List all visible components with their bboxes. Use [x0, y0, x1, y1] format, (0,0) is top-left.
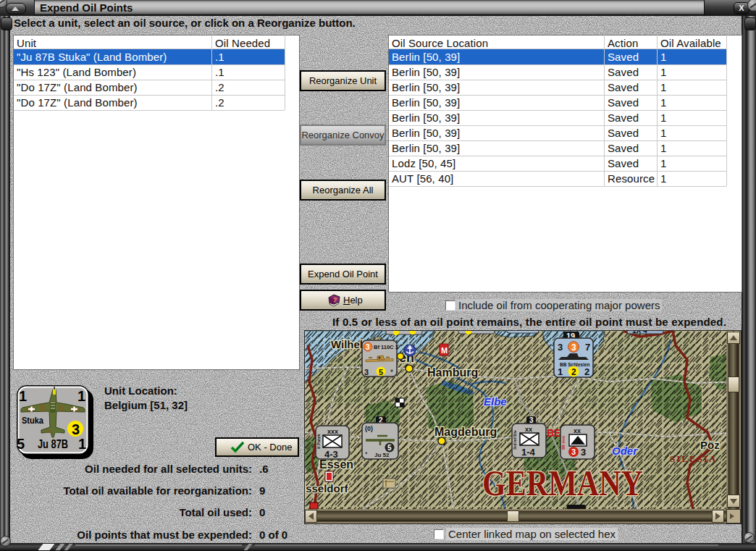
svg-text:3: 3	[366, 343, 370, 351]
svg-text:3: 3	[558, 342, 563, 353]
svg-text:Oder: Oder	[612, 445, 638, 457]
svg-text:5: 5	[379, 368, 383, 377]
svg-text:2: 2	[571, 367, 576, 377]
svg-text:xx: xx	[525, 426, 532, 433]
svg-text:?: ?	[333, 296, 337, 303]
svg-text:M: M	[441, 346, 448, 355]
svg-text:7: 7	[585, 342, 590, 353]
svg-text:3: 3	[581, 447, 586, 458]
svg-text:Hamburg: Hamburg	[427, 366, 478, 379]
svg-text:1: 1	[78, 436, 86, 452]
svg-text:II Patzk: II Patzk	[316, 434, 321, 449]
svg-text:Stuka: Stuka	[22, 415, 44, 426]
svg-text:1: 1	[19, 388, 27, 404]
svg-text:5: 5	[387, 444, 392, 452]
svg-text:SILESIA: SILESIA	[670, 453, 717, 464]
svg-text:3: 3	[571, 447, 576, 456]
svg-text:Ju 87B: Ju 87B	[38, 438, 68, 450]
svg-text:2: 2	[584, 366, 589, 377]
svg-text:BE: BE	[547, 427, 560, 439]
svg-text:GERMANY: GERMANY	[482, 463, 643, 503]
svg-text:Ju 52: Ju 52	[374, 452, 390, 458]
svg-text:*: *	[390, 369, 393, 377]
svg-text:1X 4: 1X 4	[632, 331, 647, 335]
svg-text:88 mm: 88 mm	[561, 436, 566, 450]
svg-text:xxx: xxx	[327, 428, 338, 435]
svg-text:Magdeburg: Magdeburg	[434, 426, 497, 438]
svg-text:4-3: 4-3	[324, 449, 338, 460]
svg-text:Essen: Essen	[319, 458, 353, 471]
svg-text:üsseldorf: üsseldorf	[305, 482, 349, 495]
svg-text:3: 3	[72, 421, 80, 437]
svg-text:Bf 110C 1: Bf 110C 1	[374, 344, 398, 350]
svg-text:3: 3	[364, 368, 369, 377]
svg-text:5: 5	[17, 436, 25, 452]
svg-text:(0): (0)	[365, 425, 373, 432]
svg-text:Elbe: Elbe	[484, 395, 507, 408]
svg-text:1-4: 1-4	[521, 447, 536, 458]
svg-text:1: 1	[558, 366, 563, 377]
svg-text:1: 1	[77, 388, 85, 404]
svg-text:*: *	[365, 450, 368, 458]
svg-text:xx: xx	[574, 427, 581, 434]
svg-text:Pöz: Pöz	[700, 439, 720, 451]
svg-text:3: 3	[571, 342, 576, 353]
svg-text:3rd Inf Div: 3rd Inf Div	[513, 429, 517, 450]
